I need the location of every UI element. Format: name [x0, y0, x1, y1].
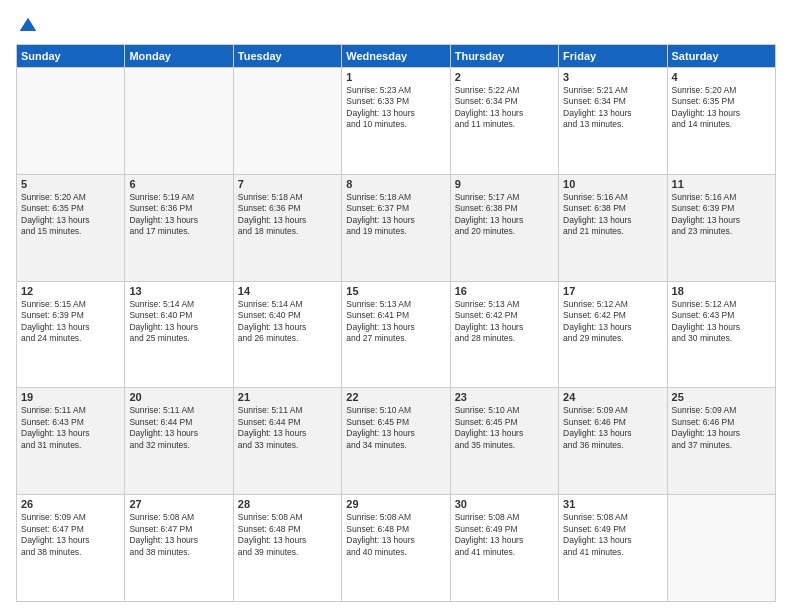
day-number: 7: [238, 178, 337, 190]
day-number: 15: [346, 285, 445, 297]
day-number: 25: [672, 391, 771, 403]
calendar-header-thursday: Thursday: [450, 45, 558, 68]
day-number: 4: [672, 71, 771, 83]
calendar-cell: [667, 495, 775, 602]
day-info: Sunrise: 5:13 AM Sunset: 6:42 PM Dayligh…: [455, 299, 554, 345]
svg-marker-0: [20, 18, 37, 31]
day-info: Sunrise: 5:11 AM Sunset: 6:44 PM Dayligh…: [129, 405, 228, 451]
calendar-cell: 3Sunrise: 5:21 AM Sunset: 6:34 PM Daylig…: [559, 68, 667, 175]
calendar-cell: [17, 68, 125, 175]
day-number: 23: [455, 391, 554, 403]
day-info: Sunrise: 5:14 AM Sunset: 6:40 PM Dayligh…: [238, 299, 337, 345]
page: SundayMondayTuesdayWednesdayThursdayFrid…: [0, 0, 792, 612]
calendar-header-wednesday: Wednesday: [342, 45, 450, 68]
calendar-cell: 25Sunrise: 5:09 AM Sunset: 6:46 PM Dayli…: [667, 388, 775, 495]
calendar-week-3: 12Sunrise: 5:15 AM Sunset: 6:39 PM Dayli…: [17, 281, 776, 388]
day-info: Sunrise: 5:10 AM Sunset: 6:45 PM Dayligh…: [346, 405, 445, 451]
day-info: Sunrise: 5:11 AM Sunset: 6:43 PM Dayligh…: [21, 405, 120, 451]
day-number: 13: [129, 285, 228, 297]
day-info: Sunrise: 5:14 AM Sunset: 6:40 PM Dayligh…: [129, 299, 228, 345]
calendar-week-2: 5Sunrise: 5:20 AM Sunset: 6:35 PM Daylig…: [17, 174, 776, 281]
day-number: 6: [129, 178, 228, 190]
calendar-cell: 19Sunrise: 5:11 AM Sunset: 6:43 PM Dayli…: [17, 388, 125, 495]
day-info: Sunrise: 5:13 AM Sunset: 6:41 PM Dayligh…: [346, 299, 445, 345]
calendar-header-sunday: Sunday: [17, 45, 125, 68]
day-info: Sunrise: 5:08 AM Sunset: 6:49 PM Dayligh…: [563, 512, 662, 558]
logo-icon: [18, 16, 38, 36]
calendar-cell: 14Sunrise: 5:14 AM Sunset: 6:40 PM Dayli…: [233, 281, 341, 388]
day-info: Sunrise: 5:08 AM Sunset: 6:48 PM Dayligh…: [346, 512, 445, 558]
calendar-cell: 27Sunrise: 5:08 AM Sunset: 6:47 PM Dayli…: [125, 495, 233, 602]
day-info: Sunrise: 5:09 AM Sunset: 6:46 PM Dayligh…: [563, 405, 662, 451]
calendar-week-4: 19Sunrise: 5:11 AM Sunset: 6:43 PM Dayli…: [17, 388, 776, 495]
calendar-cell: [125, 68, 233, 175]
day-number: 14: [238, 285, 337, 297]
day-number: 18: [672, 285, 771, 297]
day-info: Sunrise: 5:19 AM Sunset: 6:36 PM Dayligh…: [129, 192, 228, 238]
day-info: Sunrise: 5:22 AM Sunset: 6:34 PM Dayligh…: [455, 85, 554, 131]
calendar-cell: 6Sunrise: 5:19 AM Sunset: 6:36 PM Daylig…: [125, 174, 233, 281]
calendar-cell: 20Sunrise: 5:11 AM Sunset: 6:44 PM Dayli…: [125, 388, 233, 495]
day-info: Sunrise: 5:12 AM Sunset: 6:43 PM Dayligh…: [672, 299, 771, 345]
day-info: Sunrise: 5:20 AM Sunset: 6:35 PM Dayligh…: [672, 85, 771, 131]
calendar-cell: 22Sunrise: 5:10 AM Sunset: 6:45 PM Dayli…: [342, 388, 450, 495]
calendar-cell: 21Sunrise: 5:11 AM Sunset: 6:44 PM Dayli…: [233, 388, 341, 495]
calendar-week-5: 26Sunrise: 5:09 AM Sunset: 6:47 PM Dayli…: [17, 495, 776, 602]
day-number: 28: [238, 498, 337, 510]
day-number: 24: [563, 391, 662, 403]
calendar-cell: 29Sunrise: 5:08 AM Sunset: 6:48 PM Dayli…: [342, 495, 450, 602]
day-info: Sunrise: 5:17 AM Sunset: 6:38 PM Dayligh…: [455, 192, 554, 238]
day-number: 17: [563, 285, 662, 297]
day-info: Sunrise: 5:18 AM Sunset: 6:37 PM Dayligh…: [346, 192, 445, 238]
day-info: Sunrise: 5:10 AM Sunset: 6:45 PM Dayligh…: [455, 405, 554, 451]
day-info: Sunrise: 5:11 AM Sunset: 6:44 PM Dayligh…: [238, 405, 337, 451]
calendar-cell: 11Sunrise: 5:16 AM Sunset: 6:39 PM Dayli…: [667, 174, 775, 281]
day-info: Sunrise: 5:08 AM Sunset: 6:49 PM Dayligh…: [455, 512, 554, 558]
calendar-cell: 4Sunrise: 5:20 AM Sunset: 6:35 PM Daylig…: [667, 68, 775, 175]
calendar-cell: [233, 68, 341, 175]
day-number: 26: [21, 498, 120, 510]
day-info: Sunrise: 5:09 AM Sunset: 6:46 PM Dayligh…: [672, 405, 771, 451]
calendar-cell: 9Sunrise: 5:17 AM Sunset: 6:38 PM Daylig…: [450, 174, 558, 281]
calendar-cell: 23Sunrise: 5:10 AM Sunset: 6:45 PM Dayli…: [450, 388, 558, 495]
calendar-cell: 31Sunrise: 5:08 AM Sunset: 6:49 PM Dayli…: [559, 495, 667, 602]
day-info: Sunrise: 5:09 AM Sunset: 6:47 PM Dayligh…: [21, 512, 120, 558]
calendar-cell: 30Sunrise: 5:08 AM Sunset: 6:49 PM Dayli…: [450, 495, 558, 602]
calendar-cell: 15Sunrise: 5:13 AM Sunset: 6:41 PM Dayli…: [342, 281, 450, 388]
calendar-cell: 13Sunrise: 5:14 AM Sunset: 6:40 PM Dayli…: [125, 281, 233, 388]
day-number: 2: [455, 71, 554, 83]
day-info: Sunrise: 5:08 AM Sunset: 6:48 PM Dayligh…: [238, 512, 337, 558]
day-number: 30: [455, 498, 554, 510]
day-info: Sunrise: 5:16 AM Sunset: 6:39 PM Dayligh…: [672, 192, 771, 238]
day-info: Sunrise: 5:18 AM Sunset: 6:36 PM Dayligh…: [238, 192, 337, 238]
day-info: Sunrise: 5:21 AM Sunset: 6:34 PM Dayligh…: [563, 85, 662, 131]
calendar-header-tuesday: Tuesday: [233, 45, 341, 68]
day-number: 27: [129, 498, 228, 510]
day-number: 3: [563, 71, 662, 83]
day-number: 22: [346, 391, 445, 403]
day-number: 20: [129, 391, 228, 403]
day-number: 21: [238, 391, 337, 403]
calendar-cell: 1Sunrise: 5:23 AM Sunset: 6:33 PM Daylig…: [342, 68, 450, 175]
calendar-cell: 18Sunrise: 5:12 AM Sunset: 6:43 PM Dayli…: [667, 281, 775, 388]
calendar-week-1: 1Sunrise: 5:23 AM Sunset: 6:33 PM Daylig…: [17, 68, 776, 175]
calendar-cell: 2Sunrise: 5:22 AM Sunset: 6:34 PM Daylig…: [450, 68, 558, 175]
day-number: 1: [346, 71, 445, 83]
day-info: Sunrise: 5:12 AM Sunset: 6:42 PM Dayligh…: [563, 299, 662, 345]
calendar-cell: 24Sunrise: 5:09 AM Sunset: 6:46 PM Dayli…: [559, 388, 667, 495]
calendar-cell: 26Sunrise: 5:09 AM Sunset: 6:47 PM Dayli…: [17, 495, 125, 602]
logo: [16, 16, 38, 36]
calendar-cell: 10Sunrise: 5:16 AM Sunset: 6:38 PM Dayli…: [559, 174, 667, 281]
day-number: 5: [21, 178, 120, 190]
calendar-table: SundayMondayTuesdayWednesdayThursdayFrid…: [16, 44, 776, 602]
day-number: 31: [563, 498, 662, 510]
day-number: 8: [346, 178, 445, 190]
day-number: 10: [563, 178, 662, 190]
day-number: 11: [672, 178, 771, 190]
calendar-header-friday: Friday: [559, 45, 667, 68]
day-info: Sunrise: 5:16 AM Sunset: 6:38 PM Dayligh…: [563, 192, 662, 238]
day-info: Sunrise: 5:20 AM Sunset: 6:35 PM Dayligh…: [21, 192, 120, 238]
day-info: Sunrise: 5:15 AM Sunset: 6:39 PM Dayligh…: [21, 299, 120, 345]
calendar-cell: 17Sunrise: 5:12 AM Sunset: 6:42 PM Dayli…: [559, 281, 667, 388]
day-number: 16: [455, 285, 554, 297]
